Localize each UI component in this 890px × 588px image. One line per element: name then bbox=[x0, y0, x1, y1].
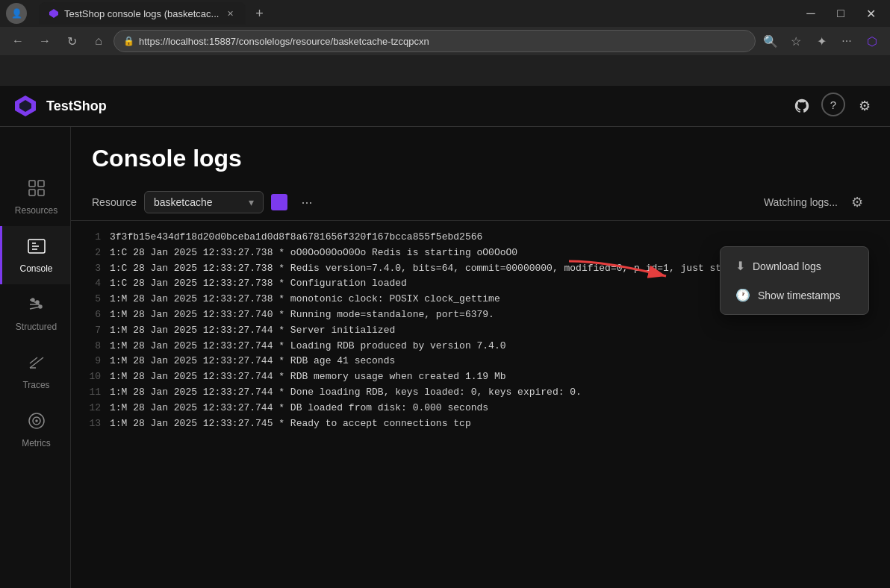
app-logo: TestShop bbox=[12, 93, 107, 119]
refresh-button[interactable]: ↻ bbox=[60, 29, 84, 53]
page-header: Console logs bbox=[71, 127, 890, 184]
svg-point-23 bbox=[36, 420, 37, 422]
app-title: TestShop bbox=[46, 98, 107, 114]
log-text: 1:M 28 Jan 2025 12:33:27.744 * RDB age 4… bbox=[110, 354, 395, 369]
back-button[interactable]: ← bbox=[6, 29, 30, 53]
svg-rect-6 bbox=[38, 190, 44, 196]
download-logs-label: Download logs bbox=[753, 260, 821, 272]
show-timestamps-item[interactable]: 🕐 Show timestamps bbox=[725, 281, 864, 310]
metrics-icon bbox=[27, 411, 46, 435]
log-line: 10 1:M 28 Jan 2025 12:33:27.744 * RDB me… bbox=[86, 369, 875, 385]
sidebar-item-metrics[interactable]: Metrics bbox=[0, 401, 70, 459]
log-text: 1:C 28 Jan 2025 12:33:27.738 * Redis ver… bbox=[110, 261, 750, 277]
user-avatar: 👤 bbox=[6, 3, 27, 24]
log-num: 7 bbox=[86, 323, 101, 339]
browser-more-icon[interactable]: ··· bbox=[835, 29, 859, 53]
app-layout: Resources Console bbox=[0, 86, 890, 588]
log-line: 1 3f3fb15e434df18d20d0bceba1d0d8f8a67816… bbox=[86, 230, 875, 245]
search-icon[interactable]: 🔍 bbox=[759, 29, 782, 53]
lock-icon: 🔒 bbox=[123, 36, 134, 46]
log-num: 1 bbox=[86, 230, 101, 245]
new-tab-button[interactable]: + bbox=[249, 3, 270, 24]
page-title: Console logs bbox=[92, 145, 869, 172]
download-icon: ⬇ bbox=[735, 259, 745, 273]
toolbar: Resource basketcache ▾ ··· Watching logs… bbox=[71, 184, 890, 221]
log-line: 8 1:M 28 Jan 2025 12:33:27.744 * Loading… bbox=[86, 339, 875, 354]
svg-rect-3 bbox=[29, 181, 35, 187]
browser-toolbar: 🔍 ☆ ✦ ··· ⬡ bbox=[759, 29, 884, 53]
log-num: 13 bbox=[86, 416, 101, 432]
structured-icon bbox=[27, 295, 46, 319]
sidebar-item-structured[interactable]: Structured bbox=[0, 284, 70, 343]
toolbar-settings-button[interactable]: ⚙ bbox=[845, 190, 869, 214]
minimize-button[interactable]: ─ bbox=[797, 0, 824, 27]
bookmark-icon[interactable]: ☆ bbox=[784, 29, 808, 53]
home-button[interactable]: ⌂ bbox=[87, 29, 111, 53]
log-text: 1:M 28 Jan 2025 12:33:27.744 * Done load… bbox=[110, 385, 582, 401]
console-icon bbox=[27, 237, 46, 260]
resource-value: basketcache bbox=[154, 196, 213, 208]
log-text: 3f3fb15e434df18d20d0bceba1d0d8f8a6781656… bbox=[110, 230, 482, 245]
watching-logs-button[interactable]: Watching logs... bbox=[764, 196, 838, 208]
log-num: 5 bbox=[86, 292, 101, 307]
main-content: Console logs Resource basketcache ▾ ··· … bbox=[71, 127, 890, 588]
download-logs-item[interactable]: ⬇ Download logs bbox=[725, 251, 864, 281]
resource-color-indicator[interactable] bbox=[271, 194, 287, 210]
log-line: 12 1:M 28 Jan 2025 12:33:27.744 * DB loa… bbox=[86, 401, 875, 416]
sidebar-item-traces[interactable]: Traces bbox=[0, 343, 70, 401]
copilot-icon[interactable]: ⬡ bbox=[860, 29, 884, 53]
logo-icon bbox=[12, 93, 39, 119]
log-num: 3 bbox=[86, 261, 101, 277]
github-icon[interactable] bbox=[788, 93, 815, 119]
sidebar: Resources Console bbox=[0, 127, 71, 588]
sidebar-item-label: Structured bbox=[16, 322, 57, 332]
header-actions: ? ⚙ bbox=[788, 93, 878, 119]
svg-rect-4 bbox=[38, 181, 44, 187]
log-text: 1:M 28 Jan 2025 12:33:27.744 * RDB memor… bbox=[110, 369, 506, 385]
sidebar-item-label: Console bbox=[19, 263, 52, 274]
log-text: 1:C 28 Jan 2025 12:33:27.738 * Configura… bbox=[110, 276, 407, 292]
bookmark-collection-icon[interactable]: ✦ bbox=[809, 29, 833, 53]
log-num: 11 bbox=[86, 385, 101, 401]
log-line: 13 1:M 28 Jan 2025 12:33:27.745 * Ready … bbox=[86, 416, 875, 432]
log-num: 9 bbox=[86, 354, 101, 369]
log-text: 1:M 28 Jan 2025 12:33:27.744 * Server in… bbox=[110, 323, 395, 339]
log-num: 2 bbox=[86, 245, 101, 261]
tab-close-button[interactable]: ✕ bbox=[223, 7, 237, 20]
tab-item[interactable]: TestShop console logs (basketcac... ✕ bbox=[39, 2, 246, 25]
resource-select[interactable]: basketcache ▾ bbox=[144, 191, 264, 213]
close-button[interactable]: ✕ bbox=[857, 0, 884, 27]
url-text: https://localhost:15887/consolelogs/reso… bbox=[139, 36, 429, 47]
browser-chrome: 👤 TestShop console logs (basketcac... ✕ … bbox=[0, 0, 890, 86]
log-num: 12 bbox=[86, 401, 101, 416]
log-num: 8 bbox=[86, 339, 101, 354]
forward-button[interactable]: → bbox=[33, 29, 57, 53]
svg-rect-5 bbox=[29, 190, 35, 196]
log-line: 11 1:M 28 Jan 2025 12:33:27.744 * Done l… bbox=[86, 385, 875, 401]
log-num: 10 bbox=[86, 369, 101, 385]
chevron-down-icon: ▾ bbox=[249, 196, 254, 208]
resource-label: Resource bbox=[92, 196, 137, 208]
log-text: 1:M 28 Jan 2025 12:33:27.740 * Running m… bbox=[110, 307, 494, 323]
sidebar-item-label: Metrics bbox=[22, 438, 51, 448]
tab-favicon bbox=[48, 7, 60, 19]
svg-marker-0 bbox=[49, 9, 58, 18]
address-bar[interactable]: 🔒 https://localhost:15887/consolelogs/re… bbox=[113, 30, 756, 52]
settings-icon[interactable]: ⚙ bbox=[851, 93, 878, 119]
more-options-button[interactable]: ··· bbox=[295, 190, 319, 214]
app-header: TestShop ? ⚙ bbox=[0, 86, 890, 127]
dropdown-menu: ⬇ Download logs 🕐 Show timestamps bbox=[720, 246, 869, 315]
sidebar-item-label: Resources bbox=[15, 205, 57, 216]
log-text: 1:M 28 Jan 2025 12:33:27.744 * Loading R… bbox=[110, 339, 506, 354]
help-icon[interactable]: ? bbox=[821, 93, 845, 116]
sidebar-item-console[interactable]: Console bbox=[0, 226, 70, 284]
show-timestamps-label: Show timestamps bbox=[758, 290, 840, 301]
maximize-button[interactable]: □ bbox=[827, 0, 854, 27]
log-line: 9 1:M 28 Jan 2025 12:33:27.744 * RDB age… bbox=[86, 354, 875, 369]
svg-point-20 bbox=[39, 305, 42, 308]
address-bar-row: ← → ↻ ⌂ 🔒 https://localhost:15887/consol… bbox=[0, 27, 890, 55]
clock-icon: 🕐 bbox=[735, 288, 750, 302]
log-text: 1:M 28 Jan 2025 12:33:27.744 * DB loaded… bbox=[110, 401, 488, 416]
sidebar-item-label: Traces bbox=[22, 380, 49, 390]
sidebar-item-resources[interactable]: Resources bbox=[0, 168, 70, 226]
